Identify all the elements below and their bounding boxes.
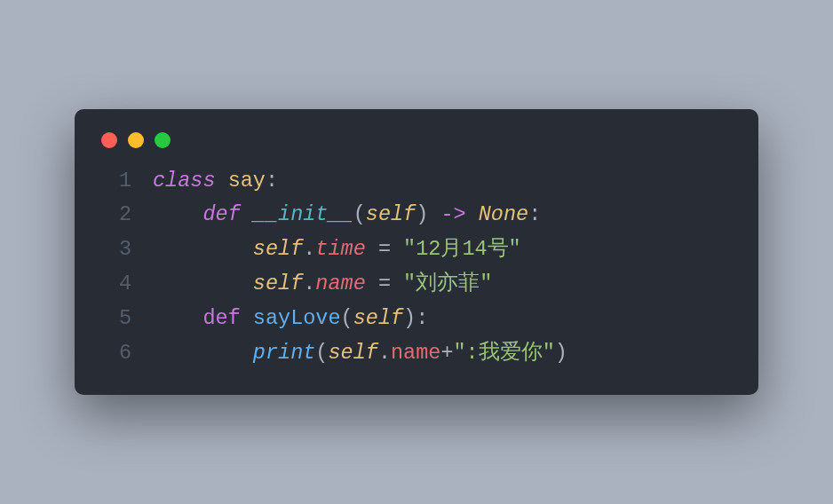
arrow: -> <box>428 202 478 226</box>
colon: : <box>528 202 541 226</box>
rparen: ) <box>403 306 416 330</box>
code-content: self.name = "刘亦菲" <box>153 267 492 302</box>
dot: . <box>303 272 315 295</box>
code-line: 5 def sayLove(self): <box>98 302 735 336</box>
plus: + <box>440 341 453 365</box>
code-content: print(self.name+":我爱你") <box>153 336 567 371</box>
colon: : <box>416 306 428 330</box>
colon: : <box>266 169 278 193</box>
class-name: say <box>228 169 266 193</box>
assign: = <box>366 272 403 295</box>
self: self <box>328 341 377 365</box>
line-number: 5 <box>98 302 131 336</box>
lparen: ( <box>315 341 328 365</box>
minimize-icon[interactable] <box>128 132 144 148</box>
code-content: class say: <box>153 164 278 199</box>
line-number: 1 <box>98 164 131 199</box>
code-line: 3 self.time = "12月14号" <box>98 232 735 267</box>
lparen: ( <box>353 202 366 226</box>
code-area: 1 class say: 2 def __init__(self) -> Non… <box>98 164 735 371</box>
dot: . <box>378 341 391 365</box>
rparen: ) <box>416 202 428 226</box>
lparen: ( <box>341 306 353 330</box>
rparen: ) <box>555 341 567 365</box>
code-content: def sayLove(self): <box>153 302 428 336</box>
code-window: 1 class say: 2 def __init__(self) -> Non… <box>75 109 758 396</box>
string-love: ":我爱你" <box>454 341 555 365</box>
fn-sayLove: sayLove <box>253 306 341 330</box>
keyword-def: def <box>202 202 240 226</box>
self: self <box>253 237 303 261</box>
attr-name: name <box>391 341 440 365</box>
string-time: "12月14号" <box>403 237 521 261</box>
fn-print: print <box>253 341 316 365</box>
line-number: 4 <box>98 267 131 302</box>
zoom-icon[interactable] <box>155 132 171 148</box>
line-number: 6 <box>98 336 131 371</box>
return-none: None <box>479 202 528 226</box>
close-icon[interactable] <box>101 132 117 148</box>
window-titlebar <box>98 129 735 164</box>
line-number: 3 <box>98 232 131 267</box>
attr-name: name <box>315 272 365 295</box>
dot: . <box>303 237 315 261</box>
code-line: 6 print(self.name+":我爱你") <box>98 336 735 371</box>
keyword-def: def <box>202 306 240 330</box>
code-content: self.time = "12月14号" <box>153 232 521 267</box>
fn-init: __init__ <box>253 202 353 226</box>
keyword-class: class <box>153 169 216 193</box>
param-self: self <box>366 202 416 226</box>
assign: = <box>366 237 403 261</box>
code-line: 4 self.name = "刘亦菲" <box>98 267 735 302</box>
attr-time: time <box>315 237 365 261</box>
line-number: 2 <box>98 198 131 232</box>
code-line: 1 class say: <box>98 164 735 199</box>
code-line: 2 def __init__(self) -> None: <box>98 198 735 232</box>
string-name: "刘亦菲" <box>403 272 492 295</box>
self: self <box>253 272 303 295</box>
param-self: self <box>353 306 403 330</box>
code-content: def __init__(self) -> None: <box>153 198 541 232</box>
